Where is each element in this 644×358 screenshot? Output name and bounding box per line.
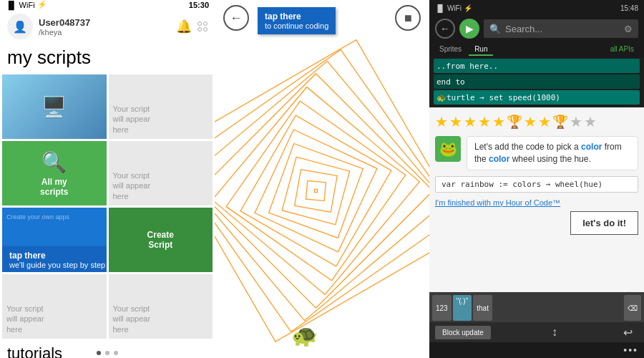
key-special[interactable]: "(.)" [453, 295, 472, 321]
page-title: my scripts [0, 44, 215, 74]
search-icon: 🔍 [42, 150, 67, 174]
svg-rect-7 [282, 157, 349, 224]
tap-tooltip2-sub: to continue coding [265, 21, 328, 30]
avatar: 👤 [7, 14, 33, 39]
status-bar-3: ▐▌ WiFi ⚡ 15:48 [429, 0, 644, 16]
star-3: ★ [464, 113, 477, 130]
all-my-scripts-label: All myscripts [40, 177, 68, 197]
svg-rect-6 [295, 170, 338, 213]
tab-allapis[interactable]: all APIs [605, 44, 640, 56]
bluetooth-icon: ⚡ [37, 0, 47, 9]
placeholder-text-2: Your scriptwill appearhere [113, 170, 151, 201]
notification-bell-icon[interactable]: 🔔 [176, 19, 192, 34]
bottom-dots-1 [97, 351, 118, 355]
search-icon-3: 🔍 [489, 24, 501, 34]
all-my-scripts-tile[interactable]: 🔍 All myscripts [2, 141, 107, 205]
create-script-label: CreateScript [147, 230, 174, 250]
star-4: ★ [478, 113, 491, 130]
panel3-play-button[interactable]: ▶ [459, 19, 479, 39]
svg-rect-10 [240, 115, 391, 266]
panel2-top: ← tap there to continue coding ⏹ [215, 0, 429, 36]
star-7: ★ [538, 113, 551, 130]
status-time-1: 15:30 [189, 1, 209, 9]
signal-icon: ▐▌ [6, 1, 17, 9]
keyboard-panel: 123 "(.)" that ⌫ Block update ↕ ↩ [429, 292, 644, 342]
key-that[interactable]: that [473, 295, 492, 321]
panel3-bottom-bar: ••• [429, 342, 644, 358]
create-script-tile[interactable]: CreateScript [109, 208, 213, 272]
tap-tooltip-sub: we'll guide you step by step [9, 261, 107, 269]
star-6: ★ [524, 113, 537, 130]
search-text-3[interactable]: Search... [505, 24, 620, 34]
avatar-icon: 👤 [13, 20, 27, 34]
code-line-3: 🐢turtle → set speed(1000) [434, 90, 640, 105]
keyboard-top: 123 "(.)" that ⌫ [429, 292, 644, 322]
scripts-image-inner: 🖥️ [2, 74, 107, 139]
chat-message: 🐸 Let's add the code to pick a color fro… [435, 136, 638, 170]
stop-button[interactable]: ⏹ [395, 5, 421, 31]
username: User048737 [39, 17, 170, 28]
code-line-1: ..from here.. [434, 59, 640, 73]
scripts-placeholder-4: Your scriptwill appearhere [109, 274, 213, 339]
status-icons-3: ▐▌ WiFi ⚡ [435, 4, 472, 12]
chat-bubble: Let's add the code to pick a color from … [467, 136, 638, 170]
svg-text:🐢: 🐢 [291, 323, 318, 349]
scripts-grid: 🖥️ Your scriptwill appearhere 🔍 All mysc… [0, 74, 215, 339]
finished-link[interactable]: I'm finished with my Hour of Code™ [435, 198, 638, 207]
search-right-icon: ⚙ [624, 24, 633, 34]
stars-row: ★ ★ ★ ★ ★ 🏆 ★ ★ 🏆 ★ ★ [435, 113, 638, 130]
wifi-icon: WiFi [19, 1, 35, 9]
highlight-colorwheel: color [489, 154, 509, 164]
tab-run[interactable]: Run [469, 44, 493, 56]
code-line-2: end to [434, 74, 640, 89]
user-sub: /kheya [39, 28, 170, 37]
panel-canvas: ← tap there to continue coding ⏹ [215, 0, 429, 358]
svg-rect-13 [215, 74, 429, 308]
placeholder-text-3: Your scriptwill appearhere [6, 304, 44, 334]
svg-rect-11 [226, 101, 406, 281]
trophy-2: 🏆 [552, 114, 568, 130]
scripts-image-tile[interactable]: 🖥️ [2, 74, 107, 139]
status-bar-1: ▐▌ WiFi ⚡ 15:30 [0, 0, 215, 9]
tutorials-tile[interactable]: Create your own apps Tutorials tap there… [2, 208, 107, 272]
tab-sprites[interactable]: Sprites [434, 44, 467, 56]
panel3-back-button[interactable]: ← [435, 19, 455, 39]
placeholder-text-1: Your scriptwill appearhere [113, 104, 151, 135]
scripts-placeholder-3: Your scriptwill appearhere [2, 274, 107, 339]
kb-move-icon[interactable]: ↕ [545, 324, 565, 341]
svg-rect-9 [255, 130, 377, 252]
star-empty-1: ★ [570, 113, 582, 130]
canvas-area[interactable]: 🐢 [215, 36, 429, 358]
tap-tooltip2-title: tap there [265, 11, 328, 21]
code-snippet: var rainbow := colors → wheel(hue) [435, 176, 638, 193]
panel-code-editor: ▐▌ WiFi ⚡ 15:48 ← ▶ 🔍 Search... ⚙ Sprite… [429, 0, 644, 358]
panel3-toolbar: ← ▶ 🔍 Search... ⚙ [429, 16, 644, 42]
svg-rect-8 [269, 144, 364, 238]
circles-icon [197, 21, 208, 32]
tab-bar: Sprites Run all APIs [429, 42, 644, 57]
keyboard-bottom: Block update ↕ ↩ [429, 322, 644, 342]
key-backspace[interactable]: ⌫ [624, 295, 641, 321]
svg-rect-15 [215, 49, 429, 332]
chat-avatar: 🐸 [435, 136, 461, 162]
back-button[interactable]: ← [223, 5, 249, 31]
scripts-placeholder-2: Your scriptwill appearhere [109, 141, 213, 205]
kb-undo-icon[interactable]: ↩ [618, 324, 638, 341]
search-bar[interactable]: 🔍 Search... ⚙ [484, 19, 638, 38]
user-info: User048737 /kheya [39, 17, 170, 37]
lets-do-it-button[interactable]: let's do it! [570, 211, 638, 235]
star-1: ★ [435, 113, 448, 130]
tap-tooltip-tutorials: tap there we'll guide you step by step [2, 246, 107, 272]
tap-tooltip-canvas: tap there to continue coding [258, 7, 336, 34]
user-bar: 👤 User048737 /kheya 🔔 [0, 9, 215, 44]
canvas-svg: 🐢 [215, 36, 429, 358]
svg-rect-4 [314, 189, 317, 192]
more-options-button[interactable]: ••• [623, 344, 638, 356]
key-123[interactable]: 123 [432, 295, 452, 321]
highlight-color: color [581, 142, 602, 152]
tap-tooltip-title: tap there [9, 251, 107, 261]
kb-block-update[interactable]: Block update [435, 326, 491, 339]
tutorials-sub: Create your own apps [6, 213, 69, 221]
panel-myscripts: ▐▌ WiFi ⚡ 15:30 👤 User048737 /kheya 🔔 my… [0, 0, 215, 358]
star-empty-2: ★ [584, 113, 597, 130]
